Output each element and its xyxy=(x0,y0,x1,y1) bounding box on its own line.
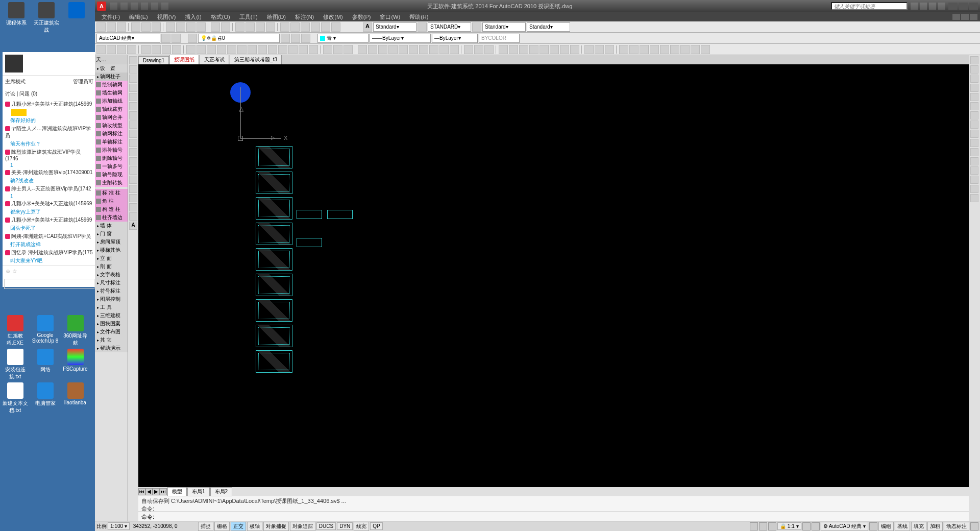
tz-axis-item[interactable]: 一轴多号 xyxy=(95,162,128,171)
trim-icon[interactable] xyxy=(970,139,978,147)
workspace-switch[interactable]: ⚙ AutoCAD 经典 ▾ xyxy=(821,522,868,531)
tz-tool-icon[interactable] xyxy=(96,45,106,54)
command-input[interactable]: 命令: xyxy=(138,512,969,521)
tz-section[interactable]: 墙 体 xyxy=(95,222,128,230)
tz-tool-icon[interactable] xyxy=(358,45,367,54)
tz-tool-icon[interactable] xyxy=(605,45,614,54)
tz-tool-icon[interactable] xyxy=(186,45,195,54)
tz-tool-icon[interactable] xyxy=(484,45,494,54)
tz-tool-icon[interactable] xyxy=(368,45,377,54)
tz-section[interactable]: 房间屋顶 xyxy=(95,238,128,246)
point-icon[interactable] xyxy=(129,176,137,184)
textstyle-icon[interactable]: A xyxy=(363,22,372,32)
new-icon[interactable] xyxy=(96,22,106,32)
qp-toggle[interactable]: QP xyxy=(370,522,382,530)
tz-axis-item[interactable]: 单轴标注 xyxy=(95,138,128,146)
tz-section[interactable]: 帮助演示 xyxy=(95,344,128,352)
ducs-toggle[interactable]: DUCS xyxy=(316,522,336,530)
ortho-toggle[interactable]: 正交 xyxy=(231,522,246,531)
polygon-icon[interactable] xyxy=(129,84,137,92)
tz-tool-icon[interactable] xyxy=(680,45,690,54)
tz-section[interactable]: 尺寸标注 xyxy=(95,279,128,287)
tz-tool-icon[interactable] xyxy=(309,45,318,54)
tz-tool-icon[interactable] xyxy=(344,45,353,54)
menu-param[interactable]: 参数(P) xyxy=(348,13,375,21)
tz-tool-icon[interactable] xyxy=(299,45,308,54)
tz-section[interactable]: 其 它 xyxy=(95,336,128,344)
layer-prev-icon[interactable] xyxy=(281,34,290,43)
redo-icon[interactable] xyxy=(221,22,230,32)
help-icon[interactable] xyxy=(938,3,945,10)
menu-insert[interactable]: 插入(I) xyxy=(181,13,205,21)
tz-axis-item[interactable]: 轴线裁剪 xyxy=(95,105,128,113)
tz-axis-item[interactable]: 墙生轴网 xyxy=(95,89,128,97)
app-logo-icon[interactable]: A xyxy=(97,2,106,11)
stretch-icon[interactable] xyxy=(970,130,978,138)
tz-tool-icon[interactable] xyxy=(670,45,679,54)
tz-tool-icon[interactable] xyxy=(619,45,628,54)
qat-print-icon[interactable] xyxy=(161,3,168,10)
tz-tool-icon[interactable] xyxy=(640,45,649,54)
tz-section[interactable]: 符号标注 xyxy=(95,287,128,295)
tz-tool-icon[interactable] xyxy=(172,45,181,54)
tab-nav-next-icon[interactable]: ▶ xyxy=(153,488,160,495)
desktop-icon[interactable]: 红旭教程.EXE xyxy=(1,315,29,347)
tz-tool-icon[interactable] xyxy=(258,45,267,54)
offset-icon[interactable] xyxy=(970,84,978,92)
ellipse-icon[interactable] xyxy=(129,139,137,147)
tz-axis-section[interactable]: 轴网柱子 xyxy=(95,73,128,81)
menu-help[interactable]: 帮助(H) xyxy=(405,13,432,21)
help-search-input[interactable] xyxy=(831,2,908,10)
tab-nav-prev-icon[interactable]: ◀ xyxy=(145,488,153,495)
dimstyle-dropdown[interactable]: STANDARD ▾ xyxy=(428,22,471,32)
tz-tool-icon[interactable] xyxy=(217,45,226,54)
layer-props-icon[interactable] xyxy=(188,34,197,43)
file-tab[interactable]: 天正考试 xyxy=(200,55,229,64)
tz-tool-icon[interactable] xyxy=(509,45,518,54)
tz-tool-icon[interactable] xyxy=(227,45,236,54)
doc-minimize-button[interactable] xyxy=(952,14,960,20)
tab-discuss[interactable]: 讨论 xyxy=(5,91,15,96)
tz-section[interactable]: 门 窗 xyxy=(95,230,128,238)
tz-section[interactable]: 图层控制 xyxy=(95,295,128,303)
tab-question[interactable]: 问题 xyxy=(19,91,30,96)
workspace-settings-icon[interactable] xyxy=(161,34,170,43)
scale-icon[interactable] xyxy=(970,120,978,129)
tz-axis-item[interactable]: 轴网标注 xyxy=(95,130,128,138)
region-icon[interactable] xyxy=(129,203,137,211)
tz-tool-icon[interactable] xyxy=(162,45,171,54)
tz-tool-icon[interactable] xyxy=(378,45,387,54)
tz-axis-item[interactable]: 轴改线型 xyxy=(95,122,128,130)
menu-window[interactable]: 窗口(W) xyxy=(376,13,404,21)
break-icon[interactable] xyxy=(970,157,978,165)
mirror-icon[interactable] xyxy=(970,75,978,83)
tz-tool-icon[interactable] xyxy=(429,45,438,54)
tz-col-item[interactable]: 构 造 柱 xyxy=(95,205,128,213)
spline-icon[interactable] xyxy=(129,130,137,138)
pan-icon[interactable] xyxy=(235,22,244,32)
linetype-dropdown[interactable]: —— ByLayer ▾ xyxy=(370,34,431,43)
desktop-icon[interactable]: 电脑管家 xyxy=(31,382,59,414)
zoom-prev-icon[interactable] xyxy=(266,22,275,32)
table-icon[interactable] xyxy=(129,212,137,221)
open-icon[interactable] xyxy=(107,22,116,32)
qat-open-icon[interactable] xyxy=(120,3,128,10)
tab-nav-first-icon[interactable]: ⏮ xyxy=(138,488,145,495)
revcloud-icon[interactable] xyxy=(129,120,137,129)
anno-vis-icon[interactable] xyxy=(802,522,811,530)
tz-tool-icon[interactable] xyxy=(127,45,136,54)
tz-tool-icon[interactable] xyxy=(691,45,700,54)
file-tab-active[interactable]: 授课图纸 xyxy=(169,55,199,64)
tz-tool-icon[interactable] xyxy=(519,45,528,54)
desktop-icon[interactable] xyxy=(62,2,90,34)
tz-tool-icon[interactable] xyxy=(419,45,428,54)
circle-icon[interactable] xyxy=(129,111,137,119)
xline-icon[interactable] xyxy=(129,65,137,74)
block-icon[interactable] xyxy=(129,166,137,175)
erase-icon[interactable] xyxy=(970,56,978,64)
tz-tool-icon[interactable] xyxy=(399,45,408,54)
menu-tools[interactable]: 工具(T) xyxy=(235,13,262,21)
toolbar-lock-icon[interactable] xyxy=(869,522,877,530)
tz-tool-icon[interactable] xyxy=(248,45,257,54)
tz-axis-item[interactable]: 添加轴线 xyxy=(95,97,128,105)
